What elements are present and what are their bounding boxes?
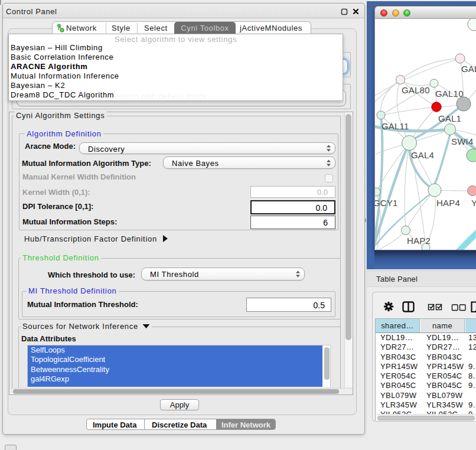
svg-text:GAL: GAL (461, 64, 476, 74)
svg-text:HAP2: HAP2 (407, 236, 431, 246)
svg-text:GAL11: GAL11 (382, 121, 409, 131)
svg-text:GAL80: GAL80 (402, 85, 430, 95)
svg-text:SWI4: SWI4 (451, 136, 473, 146)
svg-text:GAL4: GAL4 (411, 150, 434, 160)
svg-text:Y: Y (471, 198, 476, 208)
svg-text:GAL10: GAL10 (435, 89, 464, 99)
svg-text:GCY1: GCY1 (375, 198, 398, 208)
svg-text:HAP4: HAP4 (436, 198, 460, 208)
svg-text:GAL1: GAL1 (438, 113, 461, 123)
